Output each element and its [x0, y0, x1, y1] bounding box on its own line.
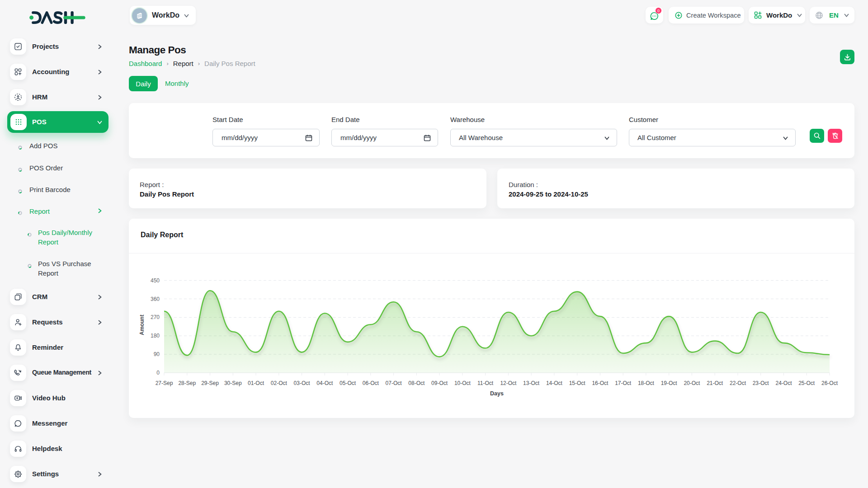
svg-text:90: 90 [154, 351, 160, 357]
svg-text:19-Oct: 19-Oct [661, 380, 678, 386]
svg-text:28-Sep: 28-Sep [178, 380, 196, 386]
svg-text:27-Sep: 27-Sep [156, 380, 173, 386]
svg-text:270: 270 [151, 314, 160, 320]
svg-text:18-Oct: 18-Oct [638, 380, 655, 386]
svg-text:12-Oct: 12-Oct [500, 380, 517, 386]
svg-text:21-Oct: 21-Oct [707, 380, 723, 386]
svg-text:09-Oct: 09-Oct [431, 380, 448, 386]
svg-text:25-Oct: 25-Oct [798, 380, 815, 386]
svg-text:180: 180 [151, 333, 160, 339]
svg-text:15-Oct: 15-Oct [569, 380, 586, 386]
svg-text:03-Oct: 03-Oct [294, 380, 311, 386]
svg-text:02-Oct: 02-Oct [271, 380, 288, 386]
svg-text:23-Oct: 23-Oct [753, 380, 769, 386]
svg-text:01-Oct: 01-Oct [248, 380, 264, 386]
svg-text:Days: Days [490, 390, 504, 397]
svg-text:29-Sep: 29-Sep [201, 380, 219, 386]
svg-text:17-Oct: 17-Oct [615, 380, 632, 386]
svg-text:360: 360 [151, 296, 160, 302]
svg-text:450: 450 [151, 277, 160, 284]
svg-text:30-Sep: 30-Sep [224, 380, 242, 386]
svg-text:06-Oct: 06-Oct [363, 380, 379, 386]
svg-text:26-Oct: 26-Oct [821, 380, 838, 386]
svg-text:20-Oct: 20-Oct [684, 380, 700, 386]
svg-text:24-Oct: 24-Oct [775, 380, 792, 386]
svg-text:16-Oct: 16-Oct [592, 380, 609, 386]
svg-text:14-Oct: 14-Oct [546, 380, 563, 386]
svg-text:07-Oct: 07-Oct [386, 380, 402, 386]
svg-text:22-Oct: 22-Oct [730, 380, 746, 386]
svg-text:10-Oct: 10-Oct [454, 380, 471, 386]
svg-text:04-Oct: 04-Oct [316, 380, 333, 386]
svg-text:11-Oct: 11-Oct [477, 380, 494, 386]
svg-text:Amount: Amount [139, 314, 145, 335]
svg-text:13-Oct: 13-Oct [523, 380, 540, 386]
svg-text:0: 0 [156, 370, 160, 376]
svg-text:05-Oct: 05-Oct [340, 380, 356, 386]
svg-text:08-Oct: 08-Oct [408, 380, 425, 386]
